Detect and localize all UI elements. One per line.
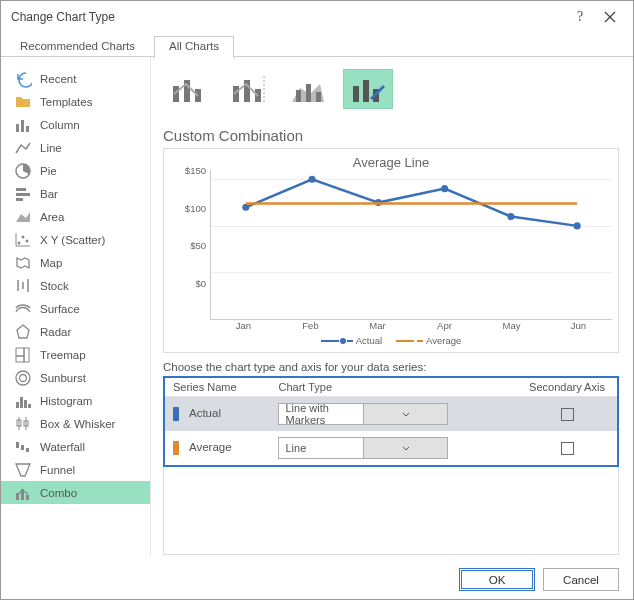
dialog-footer: OK Cancel bbox=[1, 560, 633, 599]
svg-rect-47 bbox=[296, 90, 301, 102]
series-name-text: Average bbox=[189, 441, 232, 453]
subtype-stacked-area-column[interactable] bbox=[283, 69, 333, 109]
svg-marker-18 bbox=[17, 325, 29, 338]
sidebar-item-line[interactable]: Line bbox=[1, 136, 150, 159]
svg-point-11 bbox=[22, 235, 25, 238]
sidebar-item-templates[interactable]: Templates bbox=[1, 90, 150, 113]
line-icon bbox=[13, 140, 33, 156]
svg-rect-26 bbox=[24, 400, 27, 408]
close-icon[interactable] bbox=[595, 2, 625, 32]
series-row[interactable]: AverageLine bbox=[165, 431, 617, 465]
subtitle: Custom Combination bbox=[163, 127, 619, 144]
svg-rect-38 bbox=[26, 495, 29, 500]
secondary-axis-checkbox[interactable] bbox=[561, 408, 574, 421]
svg-point-56 bbox=[441, 185, 448, 192]
surface-icon bbox=[13, 301, 33, 317]
svg-marker-9 bbox=[16, 212, 30, 222]
svg-rect-40 bbox=[184, 80, 190, 102]
pie-icon bbox=[13, 163, 33, 179]
svg-rect-2 bbox=[16, 124, 19, 132]
sidebar-item-funnel[interactable]: Funnel bbox=[1, 458, 150, 481]
svg-rect-24 bbox=[16, 402, 19, 408]
svg-marker-35 bbox=[16, 464, 30, 476]
series-table: Series Name Chart Type Secondary Axis Ac… bbox=[163, 376, 619, 467]
undo-icon bbox=[13, 71, 33, 87]
chart-type-dropdown[interactable]: Line with Markers bbox=[278, 403, 448, 425]
svg-rect-6 bbox=[16, 188, 26, 191]
subtype-clustered-column-line-secondary[interactable] bbox=[223, 69, 273, 109]
svg-rect-50 bbox=[353, 86, 359, 102]
boxwhisker-icon bbox=[13, 416, 33, 432]
bar-icon bbox=[13, 186, 33, 202]
svg-rect-51 bbox=[363, 80, 369, 102]
chart-title: Average Line bbox=[170, 155, 612, 170]
svg-point-12 bbox=[26, 239, 29, 242]
svg-rect-48 bbox=[306, 84, 311, 102]
svg-rect-4 bbox=[26, 126, 29, 132]
subtype-custom[interactable] bbox=[343, 69, 393, 109]
area-icon bbox=[13, 209, 33, 225]
svg-rect-3 bbox=[21, 120, 24, 132]
svg-rect-20 bbox=[24, 348, 29, 362]
svg-rect-19 bbox=[16, 348, 24, 356]
svg-rect-43 bbox=[244, 80, 250, 102]
svg-rect-27 bbox=[28, 404, 31, 408]
title-bar: Change Chart Type ? bbox=[1, 1, 633, 33]
svg-point-57 bbox=[507, 213, 514, 220]
sidebar-item-recent[interactable]: Recent bbox=[1, 67, 150, 90]
sidebar-item-radar[interactable]: Radar bbox=[1, 320, 150, 343]
sidebar-item-treemap[interactable]: Treemap bbox=[1, 343, 150, 366]
svg-rect-49 bbox=[316, 92, 321, 102]
stock-icon bbox=[13, 278, 33, 294]
sidebar-item-histogram[interactable]: Histogram bbox=[1, 389, 150, 412]
sidebar-item-bar[interactable]: Bar bbox=[1, 182, 150, 205]
tab-recommended[interactable]: Recommended Charts bbox=[5, 36, 150, 58]
tab-strip: Recommended Charts All Charts bbox=[1, 35, 633, 57]
subtype-clustered-column-line[interactable] bbox=[163, 69, 213, 109]
svg-rect-7 bbox=[16, 193, 30, 196]
main-panel: Custom Combination Average Line $150 $10… bbox=[151, 57, 633, 557]
help-icon[interactable]: ? bbox=[565, 2, 595, 32]
sidebar-item-pie[interactable]: Pie bbox=[1, 159, 150, 182]
sidebar-item-x-y-scatter-[interactable]: X Y (Scatter) bbox=[1, 228, 150, 251]
series-row[interactable]: ActualLine with Markers bbox=[165, 397, 617, 432]
sidebar-item-waterfall[interactable]: Waterfall bbox=[1, 435, 150, 458]
sidebar-item-area[interactable]: Area bbox=[1, 205, 150, 228]
combo-icon bbox=[13, 485, 33, 501]
sidebar-item-box-whisker[interactable]: Box & Whisker bbox=[1, 412, 150, 435]
sidebar-item-map[interactable]: Map bbox=[1, 251, 150, 274]
chevron-down-icon bbox=[363, 438, 448, 458]
series-instruction: Choose the chart type and axis for your … bbox=[163, 361, 619, 373]
ok-button[interactable]: OK bbox=[459, 568, 535, 591]
sunburst-icon bbox=[13, 370, 33, 386]
chart-type-sidebar: RecentTemplatesColumnLinePieBarAreaX Y (… bbox=[1, 57, 151, 557]
sidebar-item-stock[interactable]: Stock bbox=[1, 274, 150, 297]
svg-rect-25 bbox=[20, 397, 23, 408]
sidebar-item-combo[interactable]: Combo bbox=[1, 481, 150, 504]
chart-type-dropdown[interactable]: Line bbox=[278, 437, 448, 459]
map-icon bbox=[13, 255, 33, 271]
svg-rect-8 bbox=[16, 198, 23, 201]
series-color-swatch bbox=[173, 441, 179, 455]
col-secondary-axis: Secondary Axis bbox=[517, 378, 617, 397]
svg-point-58 bbox=[574, 222, 581, 229]
svg-rect-21 bbox=[16, 356, 24, 362]
subtype-row bbox=[163, 69, 619, 113]
tab-all[interactable]: All Charts bbox=[154, 36, 234, 58]
secondary-axis-checkbox[interactable] bbox=[561, 442, 574, 455]
cancel-button[interactable]: Cancel bbox=[543, 568, 619, 591]
treemap-icon bbox=[13, 347, 33, 363]
chart-preview: Average Line $150 $100 $50 $0 JanFebMarA… bbox=[163, 148, 619, 353]
folder-icon bbox=[13, 94, 33, 110]
sidebar-item-surface[interactable]: Surface bbox=[1, 297, 150, 320]
column-icon bbox=[13, 117, 33, 133]
scatter-icon bbox=[13, 232, 33, 248]
col-series-name: Series Name bbox=[165, 378, 270, 397]
plot-area bbox=[210, 170, 612, 320]
chevron-down-icon bbox=[363, 404, 448, 424]
y-axis-labels: $150 $100 $50 $0 bbox=[170, 170, 210, 320]
svg-rect-33 bbox=[21, 445, 24, 450]
series-name-text: Actual bbox=[189, 407, 221, 419]
sidebar-item-sunburst[interactable]: Sunburst bbox=[1, 366, 150, 389]
sidebar-item-column[interactable]: Column bbox=[1, 113, 150, 136]
